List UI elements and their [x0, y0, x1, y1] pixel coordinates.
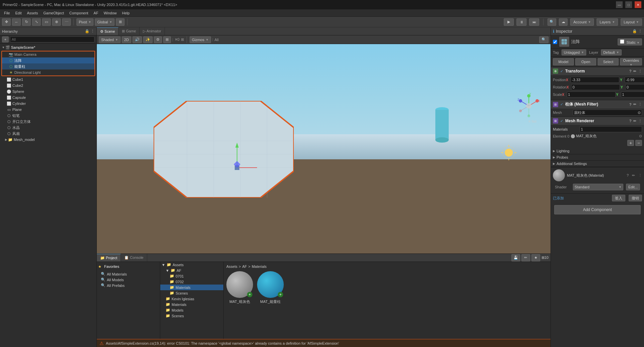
mat-item-blue[interactable]: + MAT_能量柱	[257, 271, 284, 304]
tab-project[interactable]: 📁 Project	[97, 254, 121, 262]
tool-transform[interactable]: ⊕	[52, 18, 61, 26]
audio-button[interactable]: 🔊	[133, 36, 142, 43]
mesh-filter-menu-icon[interactable]: ⋮	[638, 102, 642, 107]
tab-animator[interactable]: ▷ Animator	[140, 27, 165, 35]
inspector-menu-button[interactable]: ⋮	[638, 29, 642, 33]
tag-dropdown[interactable]: Untagged ▼	[562, 49, 587, 55]
pause-button[interactable]: ⏸	[516, 18, 526, 26]
mesh-renderer-menu-icon[interactable]: ⋮	[638, 119, 642, 123]
asset-0701[interactable]: 📁 0701	[160, 273, 223, 279]
asset-assets[interactable]: ▼ 📁 Assets	[160, 262, 223, 268]
pos-x-input[interactable]	[571, 77, 619, 83]
tree-item-luobi[interactable]: ⬡ 铝笔	[0, 113, 96, 119]
close-button[interactable]: ✕	[635, 1, 641, 8]
mat-target-icon[interactable]: ⊙	[639, 134, 642, 138]
open-button[interactable]: Open	[575, 58, 596, 65]
hierarchy-menu-icon[interactable]: ⋮	[91, 29, 94, 33]
play-button[interactable]: ▶	[504, 18, 514, 26]
hierarchy-search-input[interactable]	[10, 36, 94, 42]
tree-item-sphere[interactable]: ⚪ Sphere	[0, 89, 96, 95]
transform-help-icon[interactable]: ?	[629, 69, 631, 73]
rot-x-input[interactable]	[571, 84, 620, 90]
mat-add-button[interactable]: +	[627, 140, 634, 146]
transform-header[interactable]: ⊕ ✓ Transform ? ✏ ⋮	[551, 67, 644, 75]
menu-help[interactable]: Help	[120, 10, 133, 16]
layer-dropdown[interactable]: Default ▼	[601, 49, 622, 55]
tree-item-plane[interactable]: ▭ Plane	[0, 107, 96, 113]
inspector-lock-button[interactable]: 🔒	[632, 29, 637, 33]
fav-all-materials[interactable]: 🔍 All Materials	[98, 271, 159, 277]
step-button[interactable]: ⏭	[529, 18, 539, 26]
search-scene-button[interactable]: 🔍	[539, 36, 549, 43]
transform-menu-icon[interactable]: ⋮	[638, 69, 642, 73]
tool-move[interactable]: ↔	[12, 18, 21, 26]
tree-item-cube2[interactable]: ⬜ Cube2	[0, 82, 96, 89]
breadcrumb-assets[interactable]: Assets	[226, 265, 237, 269]
asset-scenes-af[interactable]: 📁 Scenes	[160, 290, 223, 296]
fav-all-models[interactable]: 🔍 All Models	[98, 277, 159, 283]
layers-dropdown[interactable]: Layers ▼	[597, 18, 618, 26]
tool-hand[interactable]: ✥	[2, 18, 11, 26]
mesh-filter-edit-icon[interactable]: ✏	[633, 102, 636, 107]
hierarchy-add-button[interactable]: +	[2, 36, 9, 42]
scene-settings[interactable]: ⚙	[154, 36, 162, 43]
mesh-filter-header[interactable]: ⊞ ✓ 柱体 (Mesh Filter) ? ✏ ⋮	[551, 100, 644, 109]
menu-window[interactable]: Window	[101, 10, 119, 16]
tab-game[interactable]: ⊞ Game	[119, 27, 140, 35]
asset-models[interactable]: 📁 Models	[160, 307, 223, 313]
breadcrumb-materials[interactable]: Materials	[252, 265, 267, 269]
create-button[interactable]: ✏	[521, 254, 530, 262]
fav-all-prefabs[interactable]: 🔍 All Prefabs	[98, 283, 159, 288]
rot-y-input[interactable]	[625, 84, 644, 90]
select-button[interactable]: Select	[598, 58, 619, 65]
add-component-button[interactable]: Add Component	[554, 205, 641, 214]
tree-item-cube1[interactable]: ⬜ Cube1	[0, 76, 96, 82]
gizmos-button[interactable]: Gizmos ▼	[190, 36, 211, 43]
mat-remove-button[interactable]: −	[635, 140, 642, 146]
2d-button[interactable]: 2D	[122, 36, 131, 43]
tree-item-samplescene[interactable]: ▼ 🎬 SampleScene*	[0, 44, 96, 50]
save-layout-button[interactable]: 💾	[511, 254, 520, 262]
menu-file[interactable]: File	[1, 10, 13, 16]
mesh-renderer-help-icon[interactable]: ?	[629, 119, 631, 123]
tool-scale[interactable]: ⤡	[32, 18, 41, 26]
tool-dots[interactable]: ⋯	[62, 18, 71, 26]
materials-count-input[interactable]	[580, 126, 642, 132]
search-button[interactable]: 🔍	[548, 18, 556, 26]
shader-edit-button[interactable]: Edit...	[626, 184, 640, 190]
tree-item-fengshan[interactable]: ⬡ 风扇	[0, 131, 96, 137]
asset-af[interactable]: ▼ 📁 AF	[160, 268, 223, 273]
lighting-header[interactable]: ▶ Lighting	[553, 149, 642, 153]
static-dropdown-arrow[interactable]: ▼	[637, 41, 640, 44]
hierarchy-lock-icon[interactable]: 🔒	[85, 29, 89, 33]
tool-grid[interactable]: ⊞	[116, 18, 125, 26]
tree-item-fazhen[interactable]: ⬡ 法阵	[2, 57, 94, 63]
object-active-checkbox[interactable]	[553, 40, 557, 44]
tree-item-capsule[interactable]: ⬜ Capsule	[0, 95, 96, 101]
shader-dropdown[interactable]: Standard ▼	[573, 184, 623, 190]
mesh-renderer-edit-icon[interactable]: ✏	[633, 119, 636, 123]
pos-y-input[interactable]	[625, 77, 644, 83]
account-dropdown[interactable]: Account ▼	[570, 18, 594, 26]
revoke-button[interactable]: 撤销	[629, 195, 642, 201]
menu-component[interactable]: Component	[66, 10, 91, 16]
tool-rect[interactable]: ▭	[42, 18, 51, 26]
scale-y-input[interactable]	[621, 92, 644, 98]
tool-rotate[interactable]: ↻	[22, 18, 31, 26]
tab-console[interactable]: 📋 Console	[121, 254, 147, 262]
asset-materials-af[interactable]: 📁 Materials	[160, 285, 223, 290]
menu-edit[interactable]: Edit	[13, 10, 24, 16]
menu-assets[interactable]: Assets	[24, 10, 41, 16]
cloud-button[interactable]: ☁	[559, 18, 568, 26]
tree-item-nengliangzhu[interactable]: ⬡ 能量柱	[2, 63, 94, 69]
additional-header[interactable]: ▶ Additional Settings	[553, 162, 642, 166]
breadcrumb-af[interactable]: AF	[242, 265, 247, 269]
scale-x-input[interactable]	[567, 92, 616, 98]
transform-edit-icon[interactable]: ✏	[633, 69, 636, 73]
layout-dropdown[interactable]: Layout ▼	[621, 18, 642, 26]
minimize-button[interactable]: —	[616, 1, 623, 8]
probes-header[interactable]: ▶ Probes	[553, 155, 642, 159]
bottom-mat-edit-icon[interactable]: ✏	[632, 173, 635, 178]
bottom-mat-help-icon[interactable]: ?	[627, 173, 629, 177]
bottom-mat-menu-icon[interactable]: ⋮	[638, 173, 642, 178]
